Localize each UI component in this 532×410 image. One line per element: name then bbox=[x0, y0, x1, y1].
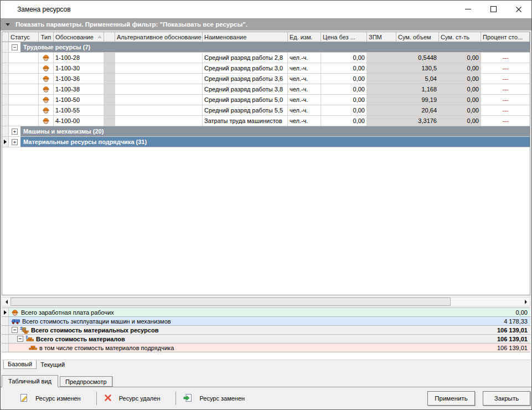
tab-current[interactable]: Текущий bbox=[37, 360, 69, 369]
code-cell: 1-100-30 bbox=[54, 63, 104, 73]
expand-group-button[interactable]: + bbox=[12, 139, 18, 145]
scroll-right-button[interactable] bbox=[521, 298, 530, 306]
scroll-left-icon bbox=[6, 300, 8, 304]
alt-code-cell bbox=[115, 63, 203, 73]
alt-code-cell bbox=[115, 116, 203, 126]
unit-cell: чел.-ч. bbox=[288, 74, 321, 84]
apply-button[interactable]: Применить bbox=[427, 391, 475, 406]
name-cell: Средний разряд работы 5,5 bbox=[203, 105, 288, 115]
total-row-contractor-materials[interactable]: в том числе стоимость материалов подрядч… bbox=[2, 344, 530, 352]
column-header-percent[interactable]: Процент сто... bbox=[481, 32, 530, 42]
collapse-total-button[interactable]: − bbox=[17, 336, 23, 342]
unit-cell: чел.-ч. bbox=[288, 105, 321, 115]
tab-table-view[interactable]: Табличный вид bbox=[2, 375, 58, 387]
totals-grid: Всего заработная плата рабочих 0,00 Всег… bbox=[2, 308, 530, 352]
replace-doc-icon bbox=[183, 393, 192, 403]
unit-cell: чел.-ч. bbox=[288, 53, 321, 63]
maximize-button[interactable] bbox=[481, 1, 506, 18]
cost-cell: 0,00 bbox=[439, 105, 481, 115]
legend-divider bbox=[96, 392, 97, 405]
total-row-label: в том числе стоимость материалов подрядч… bbox=[39, 345, 174, 351]
filter-parameters-bar[interactable]: Показать параметры. Примененный фильтр: … bbox=[1, 18, 531, 30]
close-button[interactable] bbox=[506, 1, 531, 18]
total-row-machines[interactable]: Всего стоимость эксплуатации машин и мех… bbox=[2, 317, 530, 326]
blank-cell bbox=[104, 95, 115, 105]
scroll-left-button[interactable] bbox=[2, 298, 11, 306]
column-header-status[interactable]: Статус bbox=[9, 32, 39, 42]
group-row-labour[interactable]: − Трудовые ресурсы (7) bbox=[2, 42, 530, 53]
resource-row[interactable]: 1-100-30 Средний разряд работы 3,0 чел.-… bbox=[2, 63, 530, 74]
row-indicator-cell bbox=[2, 42, 9, 52]
group-band: Машины и механизмы (20) bbox=[20, 126, 530, 136]
labour-resource-rows: 1-100-28 Средний разряд работы 2,8 чел.-… bbox=[2, 53, 530, 126]
zpm-cell bbox=[367, 84, 396, 94]
status-cell bbox=[9, 84, 39, 94]
name-cell: Средний разряд работы 3,8 bbox=[203, 84, 288, 94]
status-cell bbox=[9, 116, 39, 126]
alt-code-cell bbox=[115, 74, 203, 84]
column-header-price[interactable]: Цена без ... bbox=[321, 32, 367, 42]
bottom-bar: Ресурс изменен Ресурс удален Ресурс заме… bbox=[1, 387, 531, 409]
row-indicator-cell bbox=[2, 335, 9, 343]
column-header-volume[interactable]: Сум. объем bbox=[396, 32, 439, 42]
total-row-label: Всего стоимость материалов bbox=[36, 336, 125, 342]
resource-row[interactable]: 1-100-38 Средний разряд работы 3,8 чел.-… bbox=[2, 84, 530, 95]
zpm-cell bbox=[367, 105, 396, 115]
tab-preview[interactable]: Предпросмотр bbox=[60, 376, 112, 387]
row-indicator-cell bbox=[2, 74, 9, 84]
status-cell bbox=[9, 53, 39, 63]
group-row-materials[interactable]: + Материальные ресурсы подрядчика (31) bbox=[2, 137, 530, 147]
column-header-alt-justification[interactable]: Альтернативное обоснование bbox=[115, 32, 203, 42]
resource-row[interactable]: 4-100-00 Затраты труда машинистов чел.-ч… bbox=[2, 116, 530, 126]
unit-cell: чел.-ч. bbox=[288, 95, 321, 105]
cost-cell: 0,00 bbox=[439, 74, 481, 84]
resource-row[interactable]: 1-100-50 Средний разряд работы 5,0 чел.-… bbox=[2, 95, 530, 105]
horizontal-scrollbar[interactable] bbox=[2, 297, 530, 306]
zpm-cell bbox=[367, 74, 396, 84]
total-row-material-resources[interactable]: − Σ Всего стоимость материальных ресурсо… bbox=[2, 326, 530, 335]
volume-cell: 3,3176 bbox=[396, 116, 439, 126]
percent-cell: --- bbox=[481, 53, 530, 63]
column-header-type[interactable]: Тип bbox=[39, 32, 54, 42]
column-header-zpm[interactable]: ЗПМ bbox=[367, 32, 396, 42]
legend-item-replaced: Ресурс заменен bbox=[183, 393, 260, 403]
column-header-blank[interactable] bbox=[104, 32, 115, 42]
scrollbar-thumb[interactable] bbox=[11, 298, 451, 306]
resource-row[interactable]: 1-100-55 Средний разряд работы 5,5 чел.-… bbox=[2, 105, 530, 116]
row-indicator-cell bbox=[2, 344, 9, 352]
total-row-wages[interactable]: Всего заработная плата рабочих 0,00 bbox=[2, 308, 530, 317]
scrollbar-track[interactable] bbox=[451, 298, 521, 306]
column-header-justification[interactable]: Обоснование bbox=[54, 32, 104, 42]
percent-cell: --- bbox=[481, 63, 530, 73]
group-label: Машины и механизмы (20) bbox=[23, 128, 104, 135]
column-header-name[interactable]: Наименование bbox=[203, 32, 288, 42]
collapse-total-button[interactable]: − bbox=[12, 327, 18, 333]
svg-text:Σ: Σ bbox=[25, 335, 28, 340]
worker-icon bbox=[42, 54, 50, 62]
grid-header-row: Статус Тип Обоснование Альтернативное об… bbox=[2, 32, 530, 42]
grid-empty-area bbox=[2, 147, 530, 295]
row-indicator-cell bbox=[2, 95, 9, 105]
percent-cell: --- bbox=[481, 84, 530, 94]
minimize-icon bbox=[465, 9, 471, 9]
tab-base[interactable]: Базовый bbox=[3, 360, 37, 369]
close-dialog-button[interactable]: Закрыть bbox=[483, 391, 530, 406]
resource-row[interactable]: 1-100-36 Средний разряд работы 3,6 чел.-… bbox=[2, 74, 530, 84]
minimize-button[interactable] bbox=[455, 1, 481, 18]
expand-group-button[interactable]: + bbox=[12, 129, 18, 135]
edit-note-icon bbox=[19, 393, 28, 403]
column-header-cost[interactable]: Сум. ст-ть bbox=[439, 32, 481, 42]
group-row-machines[interactable]: + Машины и механизмы (20) bbox=[2, 126, 530, 137]
price-cell: 0,00 bbox=[321, 63, 367, 73]
volume-cell: 1,168 bbox=[396, 84, 439, 94]
window-controls bbox=[455, 1, 531, 18]
total-row-value: 0,00 bbox=[516, 309, 530, 316]
total-row-materials[interactable]: − Σ Всего стоимость материалов 106 139,0… bbox=[2, 335, 530, 344]
resource-row[interactable]: 1-100-28 Средний разряд работы 2,8 чел.-… bbox=[2, 53, 530, 63]
column-header-unit[interactable]: Ед. изм. bbox=[288, 32, 321, 42]
volume-cell: 20,64 bbox=[396, 105, 439, 115]
collapse-group-button[interactable]: − bbox=[12, 44, 18, 50]
current-row-arrow-icon bbox=[4, 140, 7, 144]
total-row-label: Всего стоимость эксплуатации машин и мех… bbox=[22, 318, 171, 325]
total-row-value: 106 139,01 bbox=[497, 345, 530, 351]
